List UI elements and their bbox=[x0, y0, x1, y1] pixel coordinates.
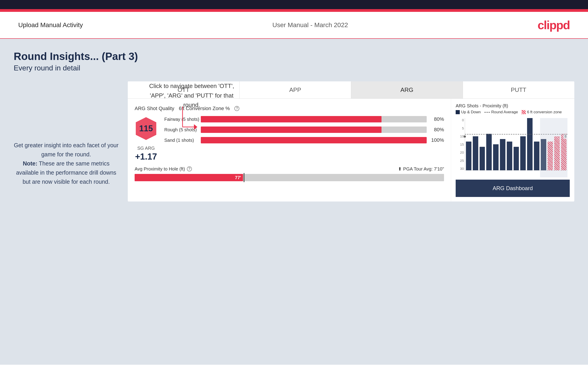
bar-11 bbox=[534, 118, 539, 170]
arg-dashboard-button[interactable]: ARG Dashboard bbox=[456, 180, 570, 197]
chart-legend: Up & Down Round Average 6 ft conversion … bbox=[456, 110, 570, 114]
insight-note: Note: bbox=[23, 160, 37, 167]
main-content: Round Insights... (Part 3) Every round i… bbox=[0, 39, 588, 365]
legend-label-round-avg: Round Average bbox=[491, 110, 518, 114]
proximity-value: 77' bbox=[235, 175, 243, 180]
upload-label[interactable]: Upload Manual Activity bbox=[18, 21, 83, 29]
bar-7 bbox=[507, 118, 512, 170]
bar-track-sand bbox=[201, 137, 427, 143]
bar-10 bbox=[527, 118, 533, 170]
bar-track-fairway bbox=[201, 116, 427, 122]
sg-arg-value: +1.17 bbox=[135, 152, 157, 162]
legend-label-up-down: Up & Down bbox=[461, 110, 481, 114]
proximity-cursor bbox=[244, 173, 244, 182]
left-metrics: ARG Shot Quality 6ft Conversion Zone % ?… bbox=[128, 99, 451, 201]
sg-arg-section: SG ARG +1.17 bbox=[135, 146, 157, 162]
legend-hatched-box bbox=[522, 110, 526, 114]
right-chart: ARG Shots - Proximity (ft) Up & Down Rou… bbox=[451, 99, 574, 201]
section-subtitle: Every round in detail bbox=[14, 64, 574, 72]
legend-round-avg: Round Average bbox=[484, 110, 518, 114]
bar-5 bbox=[493, 118, 499, 170]
hexagon: 115 bbox=[135, 116, 157, 141]
svg-marker-2 bbox=[194, 124, 197, 130]
accent-bar bbox=[0, 9, 588, 12]
bar-fill-rough bbox=[201, 126, 381, 133]
proximity-label: Avg Proximity to Hole (ft) ? bbox=[135, 167, 192, 172]
legend-up-down: Up & Down bbox=[456, 110, 481, 114]
tab-app[interactable]: APP bbox=[240, 81, 351, 99]
dashed-line-dot bbox=[464, 135, 466, 138]
sg-arg-label: SG ARG bbox=[135, 146, 157, 151]
bar-2 bbox=[473, 118, 478, 170]
chart-y-labels: 30 25 20 15 10 5 0 bbox=[456, 118, 464, 170]
insight-text: Get greater insight into each facet of y… bbox=[14, 141, 119, 186]
bars-section: Fairway (5 shots) 80% Rough (5 shots) bbox=[164, 116, 444, 148]
bar-fill-fairway bbox=[201, 116, 381, 122]
legend-box-solid bbox=[456, 110, 460, 114]
bar-4 bbox=[486, 118, 492, 170]
proximity-section: Avg Proximity to Hole (ft) ? ⬆ PGA Tour … bbox=[135, 166, 444, 181]
bar-track-rough bbox=[201, 126, 427, 133]
manual-label: User Manual - March 2022 bbox=[272, 21, 348, 29]
proximity-bar-fill: 77' bbox=[135, 174, 243, 181]
bar-pct-rough: 80% bbox=[430, 127, 444, 133]
hexagon-value: 115 bbox=[139, 124, 153, 133]
chart-title: ARG Shots - Proximity (ft) bbox=[456, 103, 570, 108]
header: Upload Manual Activity User Manual - Mar… bbox=[0, 12, 588, 39]
tab-putt[interactable]: PUTT bbox=[463, 81, 575, 99]
bar-1 bbox=[466, 118, 471, 170]
bar-pct-fairway: 80% bbox=[430, 116, 444, 122]
bar-fill-sand bbox=[201, 137, 427, 143]
proximity-bar-track: 77' bbox=[135, 174, 444, 181]
footer: Copyright Clippd 2021 bbox=[0, 365, 588, 367]
bar-pct-sand: 100% bbox=[430, 137, 444, 143]
bar-row-fairway: Fairway (5 shots) 80% bbox=[164, 116, 444, 122]
chart-area: 30 25 20 15 10 5 0 bbox=[456, 118, 570, 177]
bar-row-sand: Sand (1 shots) 100% bbox=[164, 137, 444, 143]
bar-3 bbox=[480, 118, 485, 170]
hexagon-container: 115 SG ARG +1.17 bbox=[135, 116, 157, 162]
section-title: Round Insights... (Part 3) bbox=[14, 50, 574, 62]
content-layout: Click to navigate between 'OTT', 'APP', … bbox=[14, 81, 574, 201]
shade-overlay bbox=[540, 118, 567, 177]
tab-arg[interactable]: ARG bbox=[351, 81, 463, 99]
proximity-header: Avg Proximity to Hole (ft) ? ⬆ PGA Tour … bbox=[135, 166, 444, 172]
insight-text-1: Get greater insight into each facet of y… bbox=[14, 142, 119, 158]
bar-9 bbox=[520, 118, 526, 170]
legend-conversion: 6 ft conversion zone bbox=[522, 110, 562, 114]
nav-arrow bbox=[180, 104, 199, 142]
clippd-logo: clippd bbox=[537, 18, 570, 32]
left-panel: Get greater insight into each facet of y… bbox=[14, 81, 128, 201]
bar-row-rough: Rough (5 shots) 80% bbox=[164, 126, 444, 133]
legend-dashed-line bbox=[484, 112, 490, 113]
top-bar bbox=[0, 0, 588, 9]
bar-6 bbox=[500, 118, 505, 170]
proximity-help-icon[interactable]: ? bbox=[187, 167, 192, 171]
bar-8 bbox=[514, 118, 519, 170]
legend-label-conversion: 6 ft conversion zone bbox=[527, 110, 562, 114]
pga-avg: ⬆ PGA Tour Avg: 7'10" bbox=[398, 166, 444, 172]
